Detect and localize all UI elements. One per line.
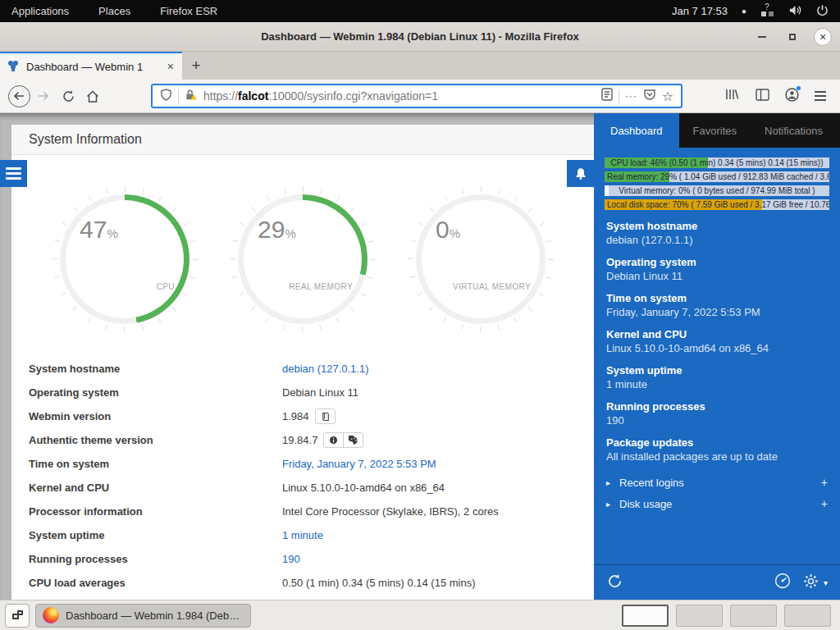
status-dot-icon: ● [742, 7, 746, 16]
processes-link[interactable]: 190 [282, 553, 300, 565]
table-row: System uptime1 minute [11, 523, 594, 547]
close-button[interactable]: × [814, 28, 832, 46]
recent-logins-toggle[interactable]: ▸ Recent logins + [594, 472, 840, 493]
sidebar-footer: ▾ [594, 564, 840, 600]
gauges-row: 47% CPU 29% REAL MEMORY 0% VIRTUAL MEMOR… [11, 194, 594, 324]
table-row: Processor informationIntel Core Processo… [11, 500, 594, 523]
sidebar-menu-toggle-button[interactable] [0, 160, 27, 187]
hostname-link[interactable]: debian (127.0.1.1) [282, 363, 369, 375]
virtual-memory-gauge: 0% VIRTUAL MEMORY [416, 194, 546, 324]
sidebar-system-info: System hostnamedebian (127.0.1.1) Operat… [606, 219, 828, 463]
volume-icon[interactable] [788, 4, 802, 19]
expand-plus-icon[interactable]: + [821, 497, 828, 510]
back-button[interactable] [7, 84, 31, 108]
cpu-load-meter: CPU load: 46% (0.50 (1 min) 0.34 (5 mins… [605, 158, 829, 168]
tab-close-icon[interactable]: × [166, 60, 176, 73]
taskbar-window-button[interactable]: Dashboard — Webmin 1.984 (Deb… [35, 604, 251, 628]
menu-places[interactable]: Places [98, 5, 130, 17]
list-item: System uptime1 minute [606, 363, 828, 391]
sidebar-tabs: Dashboard Favorites Notifications [594, 113, 840, 148]
bell-icon [574, 167, 587, 180]
disk-usage-toggle[interactable]: ▸ Disk usage + [594, 493, 840, 514]
list-item: Package updatesAll installed packages ar… [606, 436, 828, 463]
notifications-bell-button[interactable] [567, 160, 594, 187]
chevron-right-icon: ▸ [606, 500, 610, 509]
time-link[interactable]: Friday, January 7, 2022 5:53 PM [282, 458, 436, 470]
uptime-link[interactable]: 1 minute [282, 529, 323, 541]
show-desktop-button[interactable] [5, 604, 30, 628]
reload-button[interactable] [56, 84, 80, 108]
maximize-button[interactable] [783, 28, 801, 46]
home-button[interactable] [80, 84, 105, 108]
disk-space-meter: Local disk space: 70% ( 7.59 GiB used / … [605, 199, 829, 210]
firefox-icon [43, 607, 59, 623]
tab-notifications[interactable]: Notifications [751, 113, 837, 148]
nav-toolbar: https://falcot:10000/sysinfo.cgi?xnaviga… [0, 80, 840, 113]
webmin-sidebar: Dashboard Favorites Notifications CPU lo… [594, 113, 840, 600]
tab-dashboard[interactable]: Dashboard — Webmin 1 × [0, 52, 182, 80]
table-row: Operating systemDebian Linux 11 [11, 381, 594, 404]
table-row: Authentic theme version 19.84.7 [11, 428, 594, 452]
library-icon[interactable] [725, 88, 740, 104]
refresh-icon[interactable] [606, 573, 623, 593]
tab-dashboard-sidebar[interactable]: Dashboard [594, 113, 679, 148]
forward-button[interactable] [31, 84, 56, 108]
minimize-button[interactable] [753, 28, 771, 46]
window-title: Dashboard — Webmin 1.984 (Debian Linux 1… [0, 30, 840, 43]
table-row: Running processes190 [11, 547, 594, 571]
cpu-gauge: 47% CPU [60, 194, 189, 324]
table-row: Time on systemFriday, January 7, 2022 5:… [11, 452, 594, 476]
tab-favorites[interactable]: Favorites [679, 113, 751, 148]
theme-info-button[interactable] [323, 432, 344, 448]
sidebar-toggle-icon[interactable] [756, 89, 769, 104]
workspace-2[interactable] [676, 605, 723, 627]
window-titlebar[interactable]: Dashboard — Webmin 1.984 (Debian Linux 1… [0, 22, 840, 52]
table-row: System hostnamedebian (127.0.1.1) [11, 357, 594, 381]
tab-title: Dashboard — Webmin 1 [26, 61, 159, 73]
list-item: Running processes190 [606, 399, 828, 427]
network-status-icon[interactable]: ? [760, 5, 774, 17]
url-bar[interactable]: https://falcot:10000/sysinfo.cgi?xnaviga… [151, 84, 682, 108]
desktop: Applications Places Firefox ESR Jan 7 17… [0, 0, 840, 630]
virtual-memory-meter: Virtual memory: 0% ( 0 bytes used / 974.… [605, 185, 829, 196]
theme-palette-button[interactable] [343, 432, 363, 448]
system-info-table: System hostnamedebian (127.0.1.1) Operat… [11, 357, 594, 600]
url-text[interactable]: https://falcot:10000/sysinfo.cgi?xnaviga… [203, 89, 596, 103]
account-icon[interactable] [785, 88, 799, 105]
app-menu-icon[interactable] [815, 91, 826, 101]
page-actions-icon[interactable]: ··· [625, 90, 637, 102]
speedometer-icon[interactable] [774, 573, 791, 592]
lock-warning-icon[interactable] [185, 89, 198, 104]
gnome-top-bar: Applications Places Firefox ESR Jan 7 17… [0, 0, 840, 22]
bookmark-star-icon[interactable]: ☆ [662, 89, 673, 104]
table-row: Webmin version 1.984 [11, 404, 594, 428]
pocket-icon[interactable] [643, 88, 656, 104]
workspace-1[interactable] [622, 605, 669, 627]
table-row: Kernel and CPULinux 5.10.0-10-amd64 on x… [11, 476, 594, 500]
new-tab-button[interactable]: + [182, 52, 210, 80]
webmin-favicon-icon [7, 59, 20, 75]
menu-firefox-esr[interactable]: Firefox ESR [160, 5, 217, 17]
system-information-panel: System Information 47% CPU 29% REAL MEMO… [11, 125, 594, 600]
tracking-shield-icon[interactable] [160, 89, 172, 104]
gear-icon[interactable] [803, 573, 819, 592]
expand-plus-icon[interactable]: + [821, 476, 828, 489]
page-title: System Information [11, 125, 594, 155]
clock[interactable]: Jan 7 17:53 [672, 5, 728, 17]
table-row: CPU load averages0.50 (1 min) 0.34 (5 mi… [11, 571, 594, 595]
caret-down-icon[interactable]: ▾ [824, 578, 828, 587]
real-memory-gauge: 29% REAL MEMORY [238, 194, 368, 324]
workspace-switcher [622, 605, 835, 627]
tab-bar: Dashboard — Webmin 1 × + [0, 52, 840, 80]
reader-mode-icon[interactable] [601, 88, 613, 104]
workspace-4[interactable] [784, 605, 831, 627]
menu-applications[interactable]: Applications [11, 5, 69, 17]
changelog-button[interactable] [315, 409, 336, 424]
chevron-right-icon: ▸ [606, 478, 610, 487]
browser-viewport: System Information 47% CPU 29% REAL MEMO… [0, 113, 840, 600]
real-memory-meter: Real memory: 29% ( 1.04 GiB used / 912.8… [605, 171, 829, 182]
workspace-3[interactable] [730, 605, 777, 627]
bottom-taskbar: Dashboard — Webmin 1.984 (Deb… [0, 600, 840, 630]
list-item: Time on systemFriday, January 7, 2022 5:… [606, 291, 828, 319]
power-icon[interactable] [816, 4, 829, 19]
